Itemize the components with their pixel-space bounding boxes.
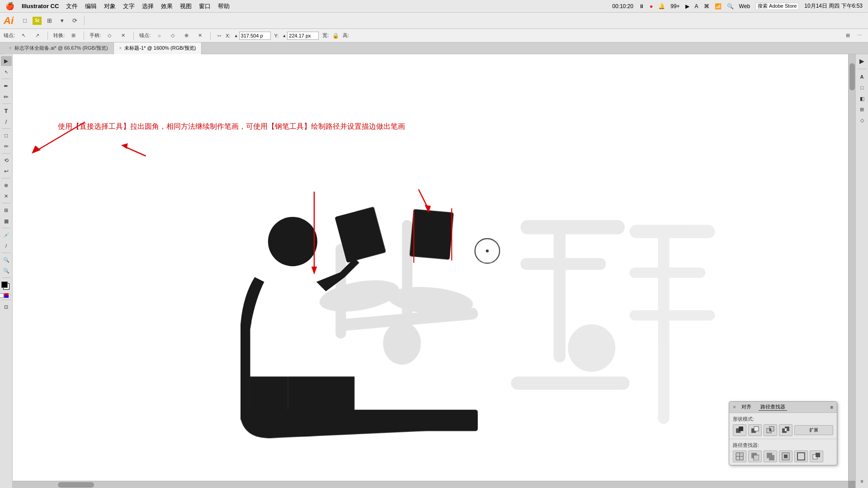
right-panel-icon-1[interactable]: □ bbox=[857, 83, 868, 93]
tool-sep-7 bbox=[2, 228, 11, 228]
minus-front-btn[interactable] bbox=[748, 424, 762, 436]
menu-view[interactable]: 视图 bbox=[180, 2, 192, 10]
menu-select[interactable]: 选择 bbox=[142, 2, 154, 10]
menu-items: 文件 编辑 对象 文字 选择 效果 视图 窗口 帮助 bbox=[66, 2, 230, 10]
tab-2[interactable]: × 未标题-1* @ 1600% (RGB/预览) bbox=[114, 42, 202, 54]
pattern-icon[interactable] bbox=[9, 293, 13, 298]
anchor-icon-2[interactable]: ↗ bbox=[32, 31, 42, 41]
search-icon[interactable]: 🔍 bbox=[727, 3, 734, 9]
scrollbar-vertical[interactable] bbox=[848, 54, 855, 481]
rotate-icon[interactable]: ⟳ bbox=[70, 16, 80, 26]
canvas-area[interactable]: 使用【直接选择工具】拉出圆角，相同方法继续制作笔画，可使用【钢笔工具】绘制路径并… bbox=[13, 54, 855, 488]
tool-rect[interactable]: □ bbox=[1, 131, 12, 141]
menu-type[interactable]: 文字 bbox=[123, 2, 135, 10]
y-up-arrow[interactable]: ▲ bbox=[282, 33, 286, 38]
menu-edit[interactable]: 编辑 bbox=[85, 2, 97, 10]
right-panel-collapse[interactable]: ▶ bbox=[857, 56, 868, 66]
tool-eyedropper[interactable]: 💉 bbox=[1, 230, 12, 240]
svg-rect-6 bbox=[520, 220, 625, 234]
point-icon-4[interactable]: ✕ bbox=[195, 31, 205, 41]
scrollbar-horizontal[interactable] bbox=[13, 481, 848, 488]
tool-direct-select[interactable]: ↖ bbox=[1, 67, 12, 77]
handle-icon-1[interactable]: ◇ bbox=[104, 31, 114, 41]
web-label[interactable]: Web bbox=[739, 3, 750, 9]
menu-window[interactable]: 窗口 bbox=[199, 2, 211, 10]
tab-2-close[interactable]: × bbox=[119, 46, 122, 51]
right-panel-icon-5[interactable]: ≡ bbox=[857, 476, 868, 486]
panel-tab-align[interactable]: 对齐 bbox=[740, 404, 753, 411]
search-input-menubar[interactable]: 搜索 Adobe Store bbox=[755, 3, 799, 10]
y-input[interactable] bbox=[287, 32, 319, 40]
tool-pen[interactable]: ✒ bbox=[1, 81, 12, 91]
tool-warp[interactable]: ⊕ bbox=[1, 180, 12, 190]
anchor-icon-1[interactable]: ↖ bbox=[19, 31, 28, 41]
tool-symbol[interactable]: ⊞ bbox=[1, 205, 12, 215]
tool-pen-alt[interactable]: ✏ bbox=[1, 92, 12, 102]
x-up-arrow[interactable]: ▲ bbox=[234, 33, 238, 38]
tool-sep-6 bbox=[2, 203, 11, 203]
right-panel-icon-2[interactable]: ◧ bbox=[857, 94, 868, 103]
new-doc-icon[interactable]: □ bbox=[20, 16, 30, 26]
outline-btn[interactable] bbox=[794, 450, 808, 462]
apple-menu[interactable]: 🍎 bbox=[5, 2, 14, 10]
panel-menu-btn[interactable]: ≡ bbox=[830, 404, 833, 410]
tool-zoom[interactable]: 🔍 bbox=[1, 255, 12, 265]
crop-btn[interactable] bbox=[779, 450, 793, 462]
merge-btn[interactable] bbox=[764, 450, 777, 462]
tool-mirror[interactable]: ↩ bbox=[1, 166, 12, 176]
menu-effect[interactable]: 效果 bbox=[161, 2, 173, 10]
trim-btn[interactable] bbox=[748, 450, 762, 462]
fill-swatch[interactable] bbox=[1, 282, 8, 288]
panel-tab-pathfinder[interactable]: 路径查找器 bbox=[759, 404, 787, 411]
app-name[interactable]: Illustrator CC bbox=[22, 3, 59, 9]
minus-back-btn[interactable] bbox=[810, 450, 823, 462]
tab-1-close[interactable]: × bbox=[9, 46, 12, 51]
point-icon-3[interactable]: ⊕ bbox=[181, 31, 191, 41]
gradient-icon[interactable] bbox=[4, 293, 9, 298]
tab-1[interactable]: × 标志字体全能备.ai* @ 66.67% (RGB/预览) bbox=[4, 42, 114, 54]
tool-rotate[interactable]: ⟲ bbox=[1, 155, 12, 165]
more-options-icon[interactable]: ⋯ bbox=[854, 31, 864, 41]
point-icon-2[interactable]: ◇ bbox=[168, 31, 178, 41]
right-panel-a[interactable]: A bbox=[857, 72, 868, 82]
svg-line-26 bbox=[124, 147, 146, 156]
menu-file[interactable]: 文件 bbox=[66, 2, 78, 10]
bridge-icon[interactable]: St bbox=[33, 17, 42, 25]
intersect-btn[interactable] bbox=[764, 424, 777, 436]
scroll-thumb-vertical[interactable] bbox=[849, 63, 855, 90]
menubar-right: 00:10:20 ⏸ ● 🔔 99+ ▶ A ⌘ 📶 🔍 Web 搜索 Adob… bbox=[612, 2, 863, 10]
menu-help[interactable]: 帮助 bbox=[218, 2, 230, 10]
tool-line[interactable]: / bbox=[1, 117, 12, 127]
panel-close-btn[interactable]: × bbox=[733, 404, 736, 410]
svg-rect-10 bbox=[511, 376, 629, 389]
no-fill-icon[interactable] bbox=[0, 293, 4, 298]
exclude-btn[interactable] bbox=[779, 424, 793, 436]
fill-stroke-swatches[interactable] bbox=[1, 282, 11, 291]
handle-icon-2[interactable]: ✕ bbox=[118, 31, 128, 41]
tool-artboard[interactable]: ⊡ bbox=[1, 302, 12, 312]
play-icon: ▶ bbox=[685, 3, 689, 9]
tool-free-transform[interactable]: ✕ bbox=[1, 191, 12, 201]
tool-chart[interactable]: ▦ bbox=[1, 216, 12, 226]
transform-icon[interactable]: ⊞ bbox=[68, 31, 78, 41]
scroll-thumb-horizontal[interactable] bbox=[58, 482, 94, 488]
point-icon-1[interactable]: ○ bbox=[154, 31, 164, 41]
expand-btn[interactable]: 扩展 bbox=[794, 425, 833, 435]
divide-btn[interactable] bbox=[733, 450, 746, 462]
tool-pencil[interactable]: ✏ bbox=[1, 141, 12, 151]
align-options-icon[interactable]: ⊞ bbox=[843, 31, 853, 41]
right-panel-icon-3[interactable]: ⊞ bbox=[857, 104, 868, 114]
right-panel-icon-4[interactable]: ◇ bbox=[857, 115, 868, 125]
tool-select[interactable]: ▶ bbox=[1, 56, 12, 66]
tool-type[interactable]: T bbox=[1, 106, 12, 116]
tool-zoom-alt[interactable]: 🔍 bbox=[1, 266, 12, 276]
opt-sep-4 bbox=[210, 32, 211, 40]
instruction-text: 使用【直接选择工具】拉出圆角，相同方法继续制作笔画，可使用【钢笔工具】绘制路径并… bbox=[58, 122, 405, 131]
tool-measure[interactable]: / bbox=[1, 241, 12, 251]
view-dropdown[interactable]: ▾ bbox=[57, 16, 67, 26]
menu-object[interactable]: 对象 bbox=[104, 2, 116, 10]
unite-btn[interactable] bbox=[733, 424, 746, 436]
x-input[interactable] bbox=[239, 32, 271, 40]
view-icon[interactable]: ⊞ bbox=[44, 16, 54, 26]
svg-point-29 bbox=[486, 249, 489, 252]
